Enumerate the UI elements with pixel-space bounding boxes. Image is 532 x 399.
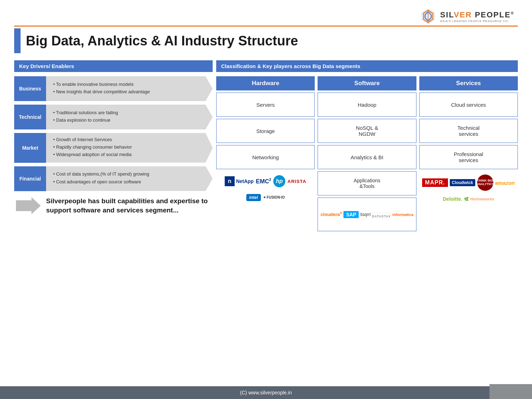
- header: SILVER PEOPLE® ASIA'S LEADING PEOPLE RES…: [7, 4, 525, 26]
- svc-cell-technical: Technicalservices: [419, 119, 518, 143]
- svc-cell-professional: Professionalservices: [419, 145, 518, 169]
- driver-label-business: Business: [14, 76, 46, 101]
- driver-row-business: Business To enable innovative business m…: [14, 76, 213, 101]
- hw-logos-cell: n NetApp EMC2 hp ARISTA intel ✦ FUSION·I…: [216, 171, 315, 205]
- svc-cell-cloud: Cloud services: [419, 93, 518, 117]
- title-accent-block: [14, 28, 21, 53]
- driver-row-technical: Technical Traditional solutions are fail…: [14, 105, 213, 129]
- col-header-services: Services: [419, 76, 518, 90]
- right-section-header: Classification & Key players across Big …: [216, 60, 518, 72]
- hp-logo: hp: [273, 175, 285, 187]
- col-headers-row: Hardware Software Services: [216, 76, 518, 90]
- footer-copyright: (C) www.silverpeople.in: [240, 390, 292, 395]
- hardware-column: Servers Storage Networking n NetApp EMC2…: [216, 93, 315, 231]
- driver-bullet: Growth of Internet Services: [53, 137, 132, 143]
- sw-cell-nosql: NoSQL &NGDW: [318, 119, 416, 143]
- driver-arrow-financial: Cost of data systems,(% of IT spend) gro…: [46, 166, 213, 191]
- driver-row-market: Market Growth of Internet Services Rapid…: [14, 133, 213, 163]
- hw-cell-storage: Storage: [216, 119, 315, 143]
- bottom-statement: Silverpeople has built capabilities and …: [14, 196, 213, 215]
- statement-text: Silverpeople has built capabilities and …: [46, 196, 211, 215]
- hw-cell-networking: Networking: [216, 145, 315, 169]
- sw-cell-hadoop: Hadoop: [318, 93, 416, 117]
- driver-bullet: Cost of data systems,(% of IT spend) gro…: [53, 171, 149, 177]
- driver-arrow-business: To enable innovative business models New…: [46, 76, 213, 101]
- left-section-header: Key Drivers/ Enablers: [14, 60, 213, 72]
- classification-grid: Servers Storage Networking n NetApp EMC2…: [216, 93, 518, 231]
- intel-logo: intel: [246, 194, 261, 201]
- driver-bullet: Traditional solutions are failing: [53, 110, 118, 116]
- driver-bullet: Rapidly changing consumer behavior: [53, 144, 132, 150]
- driver-label-market: Market: [14, 133, 46, 163]
- sw-cell-apps: Applications&Tools: [318, 171, 416, 195]
- svc-logos-cell: MAPR. Cloudwick THINK BIGANALYTICS amazo…: [419, 171, 518, 205]
- amazon-logo: amazon: [495, 180, 515, 186]
- logo-subtitle: ASIA'S LEADING PEOPLE RESOURCE CO.: [440, 20, 514, 23]
- footer: (C) www.silverpeople.in: [0, 386, 532, 399]
- col-header-hardware: Hardware: [216, 76, 315, 90]
- hortonworks-logo: 🌿 Hortonworks: [464, 197, 494, 201]
- title-section: Big Data, Analytics & AI Industry Struct…: [7, 27, 525, 57]
- emc-logo: EMC2: [256, 178, 271, 185]
- logo-text-group: SILVER PEOPLE® ASIA'S LEADING PEOPLE RES…: [440, 10, 514, 23]
- arista-logo: ARISTA: [287, 179, 306, 184]
- netapp-logo: n NetApp: [225, 176, 254, 186]
- logo-name: SILVER PEOPLE®: [440, 10, 514, 20]
- driver-label-financial: Financial: [14, 166, 46, 191]
- driver-arrow-technical: Traditional solutions are failing Data e…: [46, 105, 213, 129]
- cloudwick-logo: Cloudwick: [450, 179, 475, 186]
- footer-gray-block: [489, 384, 532, 399]
- driver-row-financial: Financial Cost of data systems,(% of IT …: [14, 166, 213, 191]
- content-area: Key Drivers/ Enablers Business To enable…: [7, 57, 525, 235]
- sqrrl-logo: ŝsqrrl: [360, 212, 370, 217]
- logo-icon: [419, 7, 437, 26]
- logo-area: SILVER PEOPLE® ASIA'S LEADING PEOPLE RES…: [419, 7, 514, 26]
- statement-arrow-icon: [16, 197, 41, 215]
- deloitte-logo: Deloitte.: [443, 196, 462, 202]
- mapr-logo: MAPR.: [422, 178, 448, 187]
- cloudera-logo: cloudera®: [321, 211, 342, 217]
- driver-bullet: Data explosion to continue: [53, 117, 118, 123]
- fusion-logo: ✦ FUSION·IO: [263, 195, 285, 199]
- driver-bullet: Widespread adoption of social media: [53, 151, 132, 158]
- left-panel: Key Drivers/ Enablers Business To enable…: [14, 60, 213, 231]
- page-title: Big Data, Analytics & AI Industry Struct…: [26, 33, 298, 49]
- informatica-logo: informatica: [392, 212, 413, 217]
- services-column: Cloud services Technicalservices Profess…: [419, 93, 518, 231]
- page-wrapper: SILVER PEOPLE® ASIA'S LEADING PEOPLE RES…: [0, 0, 532, 399]
- driver-label-technical: Technical: [14, 105, 46, 129]
- sap-logo: SAP: [343, 211, 359, 218]
- datastax-logo: · · · · · · · ·DATASTAX: [372, 211, 391, 218]
- sw-cell-analytics: Analytics & BI: [318, 145, 416, 169]
- thinkbig-logo: THINK BIGANALYTICS: [477, 174, 493, 191]
- driver-arrow-market: Growth of Internet Services Rapidly chan…: [46, 133, 213, 163]
- sw-logos-cell: cloudera® SAP ŝsqrrl · · · · · · · ·DATA…: [318, 198, 416, 231]
- driver-bullet: To enable innovative business models: [53, 81, 150, 88]
- driver-bullet: New insights that drive competitive adva…: [53, 89, 150, 95]
- hw-cell-servers: Servers: [216, 93, 315, 117]
- driver-bullet: Cost advantages of open source software: [53, 179, 149, 185]
- software-column: Hadoop NoSQL &NGDW Analytics & BI Applic…: [318, 93, 416, 231]
- col-header-software: Software: [318, 76, 416, 90]
- svg-marker-4: [16, 197, 41, 214]
- right-panel: Classification & Key players across Big …: [216, 60, 518, 231]
